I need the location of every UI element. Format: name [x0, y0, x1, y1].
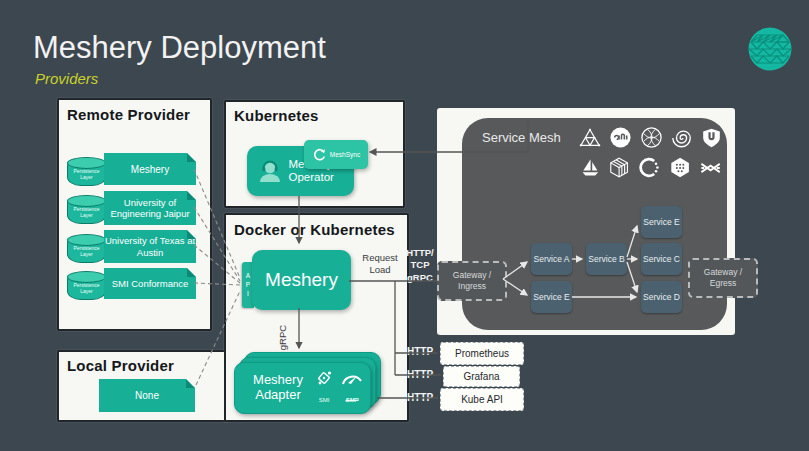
slide: Meshery Deployment Providers Remote Prov… — [0, 0, 809, 451]
service-node: Service E — [641, 206, 682, 238]
meshery-logo-icon — [747, 26, 793, 72]
smp-icon — [340, 370, 364, 388]
remote-provider-item: Meshery — [104, 153, 196, 185]
sync-icon — [312, 147, 327, 162]
smi-label: SMI — [319, 397, 330, 403]
local-provider-item-label: None — [135, 390, 159, 401]
remote-provider-item-label: SMI Conformance — [112, 278, 189, 289]
gateway-protocol-label: HTTP/ TCP gRPC — [403, 247, 437, 284]
http-label-grafana: HTTP — [407, 369, 433, 380]
request-load-label: Request Load — [354, 252, 406, 276]
service-node: Service D — [641, 281, 682, 313]
cylinder-top — [67, 195, 106, 207]
mesh-logo-c-ring-icon — [638, 156, 660, 179]
folded-corner — [187, 268, 196, 277]
meshery-adapter-label: Meshery Adapter — [245, 373, 311, 403]
remote-provider-item-label: Meshery — [131, 164, 169, 175]
meshsync-box: MeshSync — [304, 140, 368, 169]
service-node: Service E — [531, 281, 572, 313]
kube-api-box: Kube API — [440, 388, 524, 411]
service-node: Service A — [531, 243, 572, 275]
kubernetes-title: Kubernetes — [234, 107, 319, 124]
mesh-logo-knot-icon — [699, 157, 722, 179]
mesh-logo-woven-cube-icon — [608, 156, 630, 179]
meshery-box: Meshery — [252, 250, 351, 310]
docker-title: Docker or Kubernetes — [234, 221, 395, 238]
smp-badge: SMP — [337, 370, 367, 406]
meshery-box-label: Meshery — [265, 269, 338, 291]
remote-provider-item-label: University of Engineering Jaipur — [104, 197, 196, 220]
http-label-kubeapi: HTTP — [407, 392, 433, 403]
smp-label: SMP — [345, 397, 358, 403]
mesh-logo-woven-sphere-icon — [640, 126, 663, 149]
mesh-logo-hexagon-dots-icon — [669, 156, 691, 179]
smi-badge: SMI — [311, 370, 337, 406]
local-provider-title: Local Provider — [67, 357, 174, 374]
folded-corner — [187, 191, 196, 200]
remote-provider-item: University of Texas at Austin — [104, 230, 196, 263]
docker-panel: Docker or Kubernetes API Meshery gRPC Re… — [224, 213, 409, 422]
folded-corner — [186, 379, 195, 388]
mesh-logo-circle-wordmark-icon — [609, 126, 632, 149]
service-node: Service C — [641, 243, 682, 275]
cylinder-top — [67, 234, 106, 246]
remote-provider-item: University of Engineering Jaipur — [104, 191, 196, 225]
folded-corner — [187, 153, 196, 162]
local-provider-item: None — [99, 379, 195, 412]
mesh-logo-row-1 — [564, 126, 722, 149]
gateway-egress-box: Gateway / Egress — [688, 258, 758, 298]
api-tab-label: API — [245, 272, 252, 299]
mesh-logo-shield-icon — [701, 127, 722, 149]
kubernetes-panel: Kubernetes Meshery Operator Mesh — [224, 100, 405, 208]
mesh-logo-nautilus-shell-icon — [671, 127, 693, 149]
meshsync-label: MeshSync — [330, 151, 360, 158]
local-provider-panel: Local Provider None — [57, 350, 229, 422]
cylinder-top — [67, 157, 106, 169]
page-subtitle: Providers — [35, 70, 98, 87]
adapter-stack-front: Meshery Adapter SMI SMP — [234, 362, 371, 414]
remote-provider-item-label: University of Texas at Austin — [104, 235, 196, 258]
gateway-ingress-box: Gateway / Ingress — [437, 261, 507, 301]
protocol-line-3: gRPC — [403, 272, 437, 284]
operator-icon — [255, 156, 285, 186]
service-mesh-title: Service Mesh — [482, 130, 561, 145]
remote-provider-title: Remote Provider — [67, 106, 190, 123]
protocol-line-2: TCP — [403, 259, 437, 271]
page-title: Meshery Deployment — [33, 30, 326, 66]
folded-corner — [187, 230, 196, 239]
protocol-line-1: HTTP/ — [403, 247, 437, 259]
service-node: Service B — [586, 243, 627, 275]
http-label-prometheus: HTTP — [407, 346, 433, 357]
cylinder-top — [67, 271, 106, 283]
remote-provider-item: SMI Conformance — [104, 268, 196, 299]
prometheus-box: Prometheus — [440, 342, 524, 365]
mesh-logo-row-2 — [580, 156, 722, 179]
mesh-logo-triangle-mesh-icon — [579, 127, 601, 149]
grafana-box: Grafana — [443, 366, 520, 387]
mesh-logo-sailboat-icon — [580, 157, 600, 179]
smi-icon — [314, 370, 334, 388]
remote-provider-panel: Remote Provider Persistence Layer Mesher… — [57, 98, 212, 331]
